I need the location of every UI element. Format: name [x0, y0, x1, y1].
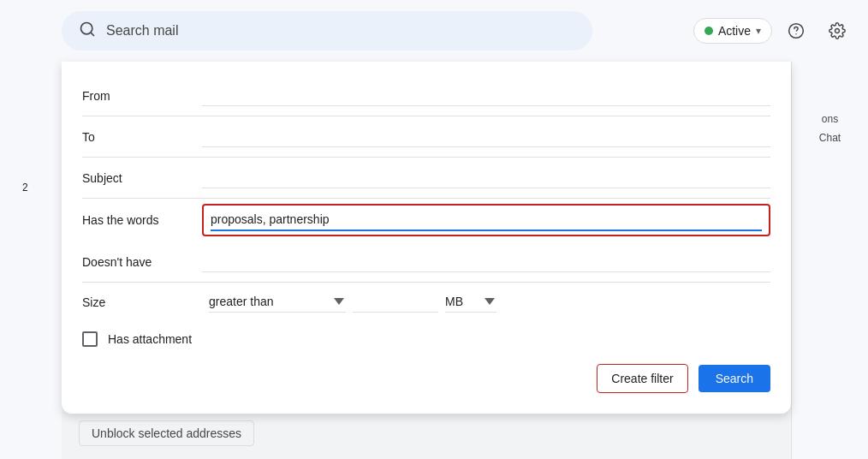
has-words-label: Has the words	[82, 213, 202, 227]
search-bar[interactable]: Search mail	[62, 11, 592, 51]
doesnt-have-input[interactable]	[202, 251, 770, 272]
size-comparator-select[interactable]: greater than less than	[209, 291, 346, 313]
create-filter-button[interactable]: Create filter	[597, 364, 687, 393]
search-input-placeholder: Search mail	[106, 23, 178, 39]
subject-row: Subject	[82, 158, 770, 199]
right-sidebar: ons Chat	[791, 62, 868, 459]
svg-point-1	[795, 33, 796, 34]
search-icon	[79, 21, 96, 41]
subject-label: Subject	[82, 171, 202, 185]
active-label: Active	[718, 24, 751, 38]
left-sidebar: 2	[0, 62, 62, 459]
size-unit-select[interactable]: MB KB GB	[445, 291, 496, 313]
from-row: From	[82, 75, 770, 116]
has-attachment-label: Has attachment	[108, 332, 192, 346]
chevron-down-icon: ▾	[756, 25, 761, 37]
subject-input[interactable]	[202, 167, 770, 188]
chat-label: Chat	[819, 132, 841, 144]
doesnt-have-row: Doesn't have	[82, 241, 770, 283]
to-row: To	[82, 116, 770, 158]
to-input[interactable]	[202, 126, 770, 147]
attachment-row: Has attachment	[82, 321, 770, 357]
help-button[interactable]	[779, 14, 813, 48]
top-bar: Search mail Active ▾	[0, 0, 868, 62]
size-row: Size greater than less than MB KB GB	[82, 283, 770, 321]
badge-number: 2	[22, 182, 28, 194]
size-number-input[interactable]	[353, 291, 438, 313]
from-label: From	[82, 89, 202, 103]
ons-label: ons	[822, 113, 838, 125]
settings-button[interactable]	[820, 14, 854, 48]
to-label: To	[82, 130, 202, 144]
doesnt-have-label: Doesn't have	[82, 255, 202, 269]
from-input[interactable]	[202, 85, 770, 106]
has-words-input[interactable]	[211, 209, 762, 231]
action-row: Create filter Search	[82, 357, 770, 393]
has-words-highlight-box	[202, 204, 770, 236]
unblock-selected-button[interactable]: Unblock selected addresses	[79, 420, 254, 446]
active-dot-icon	[705, 27, 713, 35]
filter-dialog: From To Subject Has the words Doesn't ha…	[62, 62, 791, 414]
size-label: Size	[82, 295, 202, 309]
bottom-bar: Unblock selected addresses	[62, 408, 791, 459]
active-status-badge[interactable]: Active ▾	[693, 18, 772, 44]
has-attachment-checkbox[interactable]	[82, 331, 98, 347]
search-button[interactable]: Search	[699, 365, 770, 392]
top-bar-right: Active ▾	[693, 14, 854, 48]
